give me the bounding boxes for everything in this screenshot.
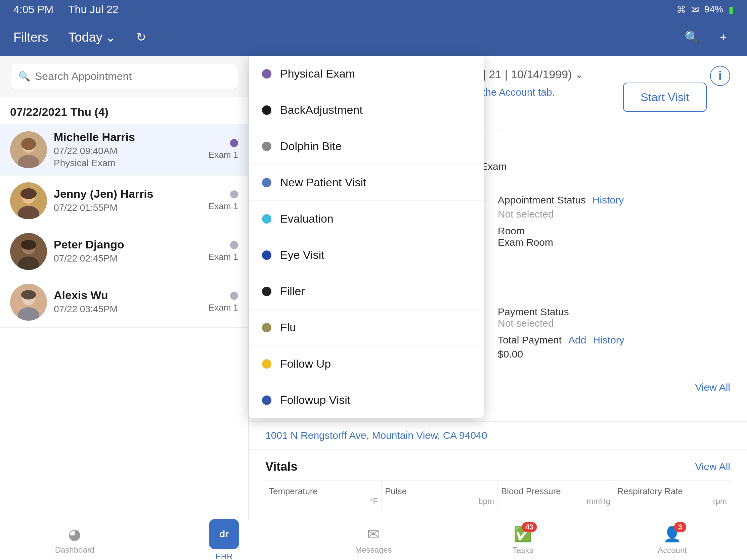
account-badge-wrapper: 👤 3 xyxy=(663,526,681,543)
appt-info-peter: Peter Django 07/22 02:45PM xyxy=(54,238,202,265)
filters-button[interactable]: Filters xyxy=(14,30,48,45)
dropdown-label-eye-visit: Eye Visit xyxy=(280,248,325,262)
appointment-item-3[interactable]: Alexis Wu 07/22 03:45PM Exam 1 xyxy=(0,277,248,328)
tab-account[interactable]: 👤 3 Account xyxy=(597,526,747,555)
dropdown-item-new-patient-visit[interactable]: New Patient Visit xyxy=(249,164,484,201)
appt-time-0: 07/22 09:40AM xyxy=(54,146,202,156)
appt-info-alexis: Alexis Wu 07/22 03:45PM xyxy=(54,289,202,316)
status-dot-0 xyxy=(230,139,238,147)
appt-badge-1: Exam 1 xyxy=(209,190,238,212)
time: 4:05 PM xyxy=(14,3,53,16)
appt-info-michelle: Michelle Harris 07/22 09:40AM Physical E… xyxy=(54,131,202,168)
dot-new-patient-visit xyxy=(262,178,272,187)
tab-ehr-label: EHR xyxy=(216,552,233,560)
billing-history-link[interactable]: History xyxy=(593,335,624,346)
exam-badge-0: Exam 1 xyxy=(209,150,238,160)
status-dot-2 xyxy=(230,241,238,249)
svg-point-11 xyxy=(21,240,36,250)
vital-bp-label: Blood Pressure xyxy=(501,486,610,497)
dropdown-item-followup-visit[interactable]: Followup Visit xyxy=(249,382,484,418)
appt-badge-2: Exam 1 xyxy=(209,241,238,262)
dropdown-item-filler[interactable]: Filler xyxy=(249,273,484,310)
dropdown-item-flu[interactable]: Flu xyxy=(249,310,484,346)
vital-pulse: Pulse bpm xyxy=(382,481,498,511)
search-input[interactable] xyxy=(35,70,230,83)
refresh-button[interactable]: ↻ xyxy=(136,30,146,44)
appt-type-0: Physical Exam xyxy=(54,158,202,168)
date: Thu Jul 22 xyxy=(68,3,118,16)
tab-tasks[interactable]: ✅ 43 Tasks xyxy=(448,526,597,555)
vitals-view-all[interactable]: View All xyxy=(695,461,730,472)
appt-info-jenny: Jenny (Jen) Harris 07/22 01:55PM xyxy=(54,187,202,215)
start-visit-button[interactable]: Start Visit xyxy=(623,83,707,112)
dropdown-item-physical-exam[interactable]: Physical Exam xyxy=(249,56,484,92)
appt-name-1: Jenny (Jen) Harris xyxy=(54,187,202,201)
vitals-title: Vitals xyxy=(265,460,297,474)
total-row: Total Payment Add History xyxy=(498,335,730,346)
search-input-wrapper[interactable]: 🔍 xyxy=(10,64,238,89)
appt-history-link[interactable]: History xyxy=(592,194,624,206)
tab-ehr[interactable]: dr EHR xyxy=(150,519,299,560)
patient-chevron-icon[interactable]: ⌄ xyxy=(575,69,584,80)
battery-indicator: 94% xyxy=(704,4,723,15)
vital-temperature: Temperature °F xyxy=(265,481,382,511)
dot-followup-visit xyxy=(262,396,272,405)
messages-icon: ✉ xyxy=(367,526,380,542)
today-button[interactable]: Today ⌄ xyxy=(68,30,115,45)
dropdown-item-evaluation[interactable]: Evaluation xyxy=(249,201,484,237)
svg-point-3 xyxy=(21,138,36,150)
vital-pulse-label: Pulse xyxy=(385,486,494,497)
status-dot-1 xyxy=(230,190,238,198)
search-button[interactable]: 🔍 xyxy=(685,30,700,44)
svg-point-15 xyxy=(21,290,36,299)
appt-time-2: 07/22 02:45PM xyxy=(54,253,202,264)
appointment-item-2[interactable]: Peter Django 07/22 02:45PM Exam 1 xyxy=(0,226,248,277)
svg-point-7 xyxy=(21,188,36,199)
add-button[interactable]: + xyxy=(720,30,727,44)
dot-backadjustment xyxy=(262,105,272,115)
vital-temperature-unit: °F xyxy=(269,497,378,506)
dropdown-item-eye-visit[interactable]: Eye Visit xyxy=(249,237,484,273)
appt-time-1: 07/22 01:55PM xyxy=(54,203,202,213)
info-icon[interactable]: i xyxy=(710,66,730,86)
vital-rr-label: Respiratory Rate xyxy=(617,486,727,497)
tab-messages-label: Messages xyxy=(355,545,392,555)
wifi-icon: ⌘ xyxy=(676,4,686,15)
status-bar: 4:05 PM Thu Jul 22 ⌘ ✉ 94% ▮ xyxy=(0,0,747,19)
avatar-peter xyxy=(10,233,47,270)
dropdown-label-new-patient-visit: New Patient Visit xyxy=(280,176,366,189)
appt-badge-0: Exam 1 xyxy=(209,139,238,160)
dot-dolphin-bite xyxy=(262,142,272,151)
today-label: Today xyxy=(68,30,102,45)
status-time-date: 4:05 PM Thu Jul 22 xyxy=(14,3,118,16)
appointment-item-0[interactable]: Michelle Harris 07/22 09:40AM Physical E… xyxy=(0,124,248,176)
address-link[interactable]: 1001 N Rengstorff Ave, Mountain View, CA… xyxy=(265,430,487,441)
vitals-grid: Temperature °F Pulse bpm Blood Pressure … xyxy=(265,480,730,511)
vital-pulse-unit: bpm xyxy=(385,497,494,506)
date-header: 07/22/2021 Thu (4) xyxy=(0,97,248,124)
avatar-michelle xyxy=(10,131,47,168)
headphone-icon: ✉ xyxy=(691,4,699,15)
total-payment-block: Total Payment Add History $0.00 xyxy=(498,335,730,360)
tab-messages[interactable]: ✉ Messages xyxy=(299,526,448,555)
vital-bp-unit: mmHg xyxy=(501,497,610,506)
dropdown-item-follow-up[interactable]: Follow Up xyxy=(249,346,484,382)
appointment-type-dropdown[interactable]: Physical Exam BackAdjustment Dolphin Bit… xyxy=(249,56,484,418)
status-dot-3 xyxy=(230,292,238,300)
total-label: Total Payment xyxy=(498,335,562,346)
appt-status-block: Appointment Status History Not selected … xyxy=(498,194,730,248)
tab-dashboard[interactable]: ◕ Dashboard xyxy=(0,526,150,555)
dropdown-item-backadjustment[interactable]: BackAdjustment xyxy=(249,92,484,128)
vital-temperature-label: Temperature xyxy=(269,486,378,497)
vital-blood-pressure: Blood Pressure mmHg xyxy=(498,481,614,511)
dot-filler xyxy=(262,287,272,296)
appt-name-2: Peter Django xyxy=(54,238,202,251)
dot-physical-exam xyxy=(262,69,272,79)
appt-name-3: Alexis Wu xyxy=(54,289,202,302)
flags-view-all[interactable]: View All xyxy=(695,382,730,393)
billing-add-link[interactable]: Add xyxy=(568,335,586,346)
vitals-header: Vitals View All xyxy=(265,460,730,474)
appointment-item-1[interactable]: Jenny (Jen) Harris 07/22 01:55PM Exam 1 xyxy=(0,176,248,226)
dropdown-item-dolphin-bite[interactable]: Dolphin Bite xyxy=(249,128,484,164)
tab-dashboard-label: Dashboard xyxy=(55,545,94,555)
